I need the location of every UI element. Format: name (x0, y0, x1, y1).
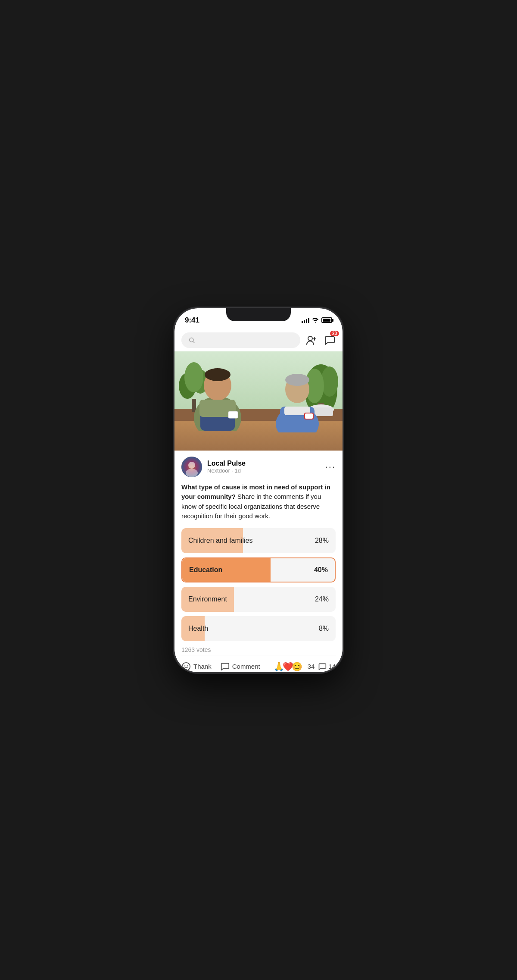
author-name: Local Pulse (207, 460, 246, 467)
poll-pct-0: 28% (315, 537, 329, 545)
scroll-content[interactable]: 9:41 (174, 308, 343, 672)
reaction-emojis: 🙏 ❤️ 😊 (275, 661, 302, 672)
add-person-button[interactable] (305, 334, 318, 346)
status-time: 9:41 (185, 316, 199, 325)
search-bar-row: 23 (174, 330, 343, 351)
svg-rect-17 (228, 411, 238, 418)
poll-option-3[interactable]: Health8% (181, 616, 336, 641)
poll-label-1: Education (189, 566, 222, 574)
poll-label-3: Health (188, 625, 208, 632)
svg-point-22 (285, 374, 309, 386)
post-content: Local Pulse Nextdoor · 1d ··· What type … (174, 451, 343, 672)
comment-count-icon (318, 662, 327, 671)
svg-point-1 (308, 336, 312, 341)
thank-button[interactable]: Thank (181, 662, 212, 671)
notch (226, 308, 291, 321)
signal-bars-icon (302, 318, 309, 323)
phone-frame: 9:41 (174, 308, 343, 672)
comment-icon (220, 662, 230, 671)
author-meta: Nextdoor · 1d (207, 467, 246, 474)
phone-screen: 9:41 (174, 308, 343, 672)
status-icons (302, 317, 332, 323)
poll-option-2[interactable]: Environment24% (181, 587, 336, 612)
poll-pct-3: 8% (319, 625, 329, 632)
poll-options: Children and families28%Education40%Envi… (181, 528, 336, 641)
face-emoji: 😊 (292, 661, 302, 672)
person-man-figure (187, 362, 248, 431)
svg-point-15 (205, 368, 230, 381)
poll-option-0[interactable]: Children and families28% (181, 528, 336, 553)
chat-notifications-button[interactable]: 23 (324, 334, 336, 346)
more-options-button[interactable]: ··· (325, 461, 336, 473)
author-info: Local Pulse Nextdoor · 1d (207, 460, 246, 474)
header-icons: 23 (305, 334, 336, 346)
thank-label: Thank (193, 663, 212, 670)
comment-count-wrap[interactable]: 14 (318, 662, 336, 671)
svg-point-26 (186, 469, 198, 477)
hero-image (174, 351, 343, 451)
poll-label-0: Children and families (188, 537, 252, 545)
action-bar: Thank Comment 🙏 ❤️ 😊 (181, 655, 336, 672)
poll-pct-1: 40% (314, 566, 328, 574)
svg-point-28 (184, 665, 185, 666)
svg-point-27 (182, 662, 190, 670)
notification-badge: 23 (330, 331, 339, 336)
poll-pct-2: 24% (315, 595, 329, 603)
svg-point-25 (188, 462, 195, 469)
thank-icon (181, 662, 191, 671)
battery-icon (321, 317, 332, 323)
poll-label-2: Environment (188, 595, 227, 603)
svg-rect-23 (305, 413, 313, 419)
svg-point-29 (187, 665, 188, 666)
reactions-wrap: 🙏 ❤️ 😊 34 14 (275, 661, 336, 672)
avatar (181, 457, 202, 477)
search-icon (188, 337, 195, 344)
person-woman-figure (269, 368, 325, 432)
post-header: Local Pulse Nextdoor · 1d ··· (181, 457, 336, 477)
search-input-wrap[interactable] (181, 332, 300, 348)
comment-button[interactable]: Comment (220, 662, 260, 671)
wifi-icon (312, 318, 319, 323)
reaction-count: 34 (308, 663, 315, 670)
comment-count: 14 (328, 663, 336, 670)
poll-option-1[interactable]: Education40% (181, 557, 336, 582)
comment-label: Comment (232, 663, 260, 670)
post-author-wrap: Local Pulse Nextdoor · 1d (181, 457, 246, 477)
post-text: What type of cause is most in need of su… (181, 482, 336, 521)
votes-count: 1263 votes (181, 646, 336, 653)
